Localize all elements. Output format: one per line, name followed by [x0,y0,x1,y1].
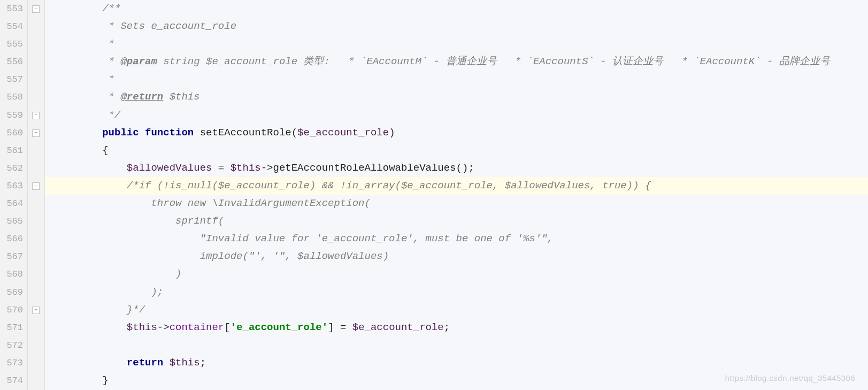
code-token: container [170,322,225,333]
code-token [53,127,102,139]
code-token: "Invalid value for 'e_account_role', mus… [53,233,554,244]
code-token: * [53,73,114,85]
code-line[interactable]: * @return $this [45,88,868,106]
watermark-text: https://blog.csdn.net/qq_35445306 [725,373,855,383]
code-area[interactable]: /** * Sets e_account_role * * @param str… [45,0,868,390]
code-token: [ [224,322,230,333]
code-token: * [53,56,120,67]
code-line[interactable] [45,337,868,354]
fold-column[interactable] [28,0,45,390]
line-number: 573 [0,354,27,372]
fold-toggle-icon[interactable] [32,182,40,190]
code-line[interactable]: $this->container['e_account_role'] = $e_… [45,319,868,337]
code-token: = [212,162,230,174]
code-line[interactable]: { [45,142,868,159]
code-token: { [53,144,109,156]
code-token: string $e_account_role 类型: * `EAccountM`… [157,56,830,67]
code-token: -> [261,162,273,174]
code-token [53,322,127,333]
code-line[interactable]: ); [45,284,868,301]
line-number: 555 [0,35,27,53]
code-line[interactable]: * [45,71,868,88]
code-line[interactable]: public function setEAccountRole($e_accou… [45,124,868,142]
code-token: public function [102,127,199,139]
code-token: $e_account_role [297,127,389,139]
code-token: $e_account_role [352,322,444,333]
code-token: * [53,38,114,50]
line-number: 563 [0,177,27,195]
code-token: return [127,357,170,369]
line-number: 566 [0,230,27,248]
code-line[interactable]: }*/ [45,301,868,319]
fold-toggle-icon[interactable] [32,129,40,137]
line-number: 565 [0,212,27,230]
line-number: 557 [0,71,27,88]
code-line[interactable]: throw new \InvalidArgumentException( [45,195,868,212]
line-number: 560 [0,124,27,142]
code-token: }*/ [53,304,145,316]
code-line[interactable]: /*if (!is_null($e_account_role) && !in_a… [45,177,868,195]
code-line[interactable]: "Invalid value for 'e_account_role', mus… [45,230,868,248]
code-token: $this [170,357,200,369]
code-token: implode("', '", $allowedValues) [53,250,389,262]
code-token: getEAccountRoleAllowableValues [273,162,456,174]
code-line[interactable]: */ [45,106,868,124]
line-number: 553 [0,0,27,18]
code-token: $this [163,91,199,103]
code-token: -> [157,322,170,333]
code-token: ); [53,286,163,298]
code-token: ; [444,322,450,333]
code-line[interactable]: return $this; [45,354,868,372]
code-line[interactable]: * @param string $e_account_role 类型: * `E… [45,53,868,71]
code-editor[interactable]: 5535545555565575585595605615625635645655… [0,0,868,390]
code-line[interactable]: * Sets e_account_role [45,18,868,35]
code-token: @param [120,56,157,67]
code-token: ) [53,268,181,280]
code-token: $this [127,322,157,333]
line-number: 567 [0,248,27,265]
code-token [53,357,127,369]
code-token [53,162,127,174]
code-token: $this [231,162,261,174]
line-number: 571 [0,319,27,337]
code-token: * Sets e_account_role [53,20,236,32]
code-token: ( [291,127,297,139]
fold-toggle-icon[interactable] [32,112,40,119]
code-line[interactable]: * [45,35,868,53]
line-number: 564 [0,195,27,212]
line-number: 572 [0,337,27,354]
code-token: 'e_account_role' [231,322,328,333]
line-number: 562 [0,159,27,177]
line-number: 558 [0,88,27,106]
code-token: (); [456,162,474,174]
code-token: $allowedValues [127,162,212,174]
code-token: /*if (!is_null($e_account_role) && !in_a… [53,180,651,192]
code-token: throw new \InvalidArgumentException( [53,197,371,209]
code-token: * [53,91,120,103]
line-number: 559 [0,106,27,124]
code-token: setEAccountRole [200,127,291,139]
line-number: 554 [0,18,27,35]
code-line[interactable]: ) [45,265,868,283]
code-token: @return [120,91,163,103]
code-token: ] = [328,322,352,333]
code-token: ) [389,127,395,139]
line-number: 568 [0,265,27,283]
code-line[interactable]: implode("', '", $allowedValues) [45,248,868,265]
fold-toggle-icon[interactable] [32,307,40,314]
line-number: 570 [0,301,27,319]
line-number: 574 [0,372,27,389]
line-number-gutter: 5535545555565575585595605615625635645655… [0,0,28,390]
code-token: */ [53,109,120,121]
code-token: sprintf( [53,215,224,227]
fold-toggle-icon[interactable] [32,5,40,13]
line-number: 569 [0,284,27,301]
line-number: 561 [0,142,27,159]
code-token: /** [53,3,120,14]
code-token: } [53,374,109,386]
code-line[interactable]: $allowedValues = $this->getEAccountRoleA… [45,159,868,177]
code-line[interactable]: sprintf( [45,212,868,230]
code-token: ; [200,357,206,369]
code-line[interactable]: /** [45,0,868,18]
line-number: 556 [0,53,27,71]
